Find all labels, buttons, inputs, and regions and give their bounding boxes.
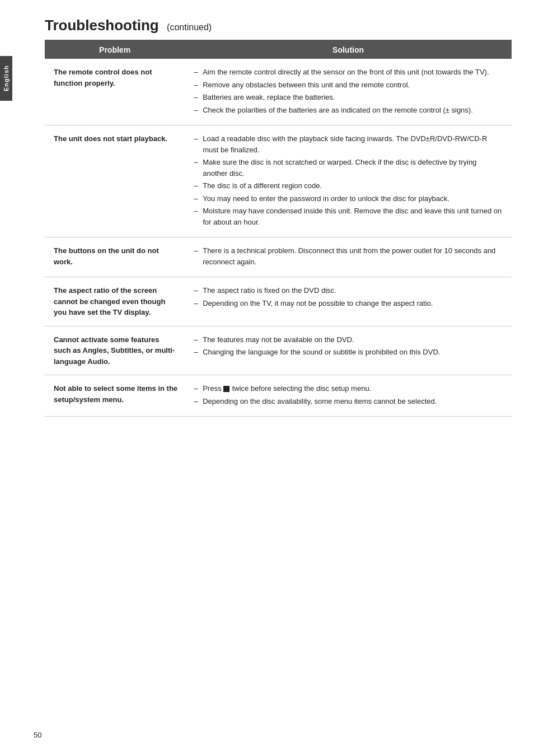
solution-item: Batteries are weak, replace the batterie…	[194, 92, 503, 103]
page-number: 50	[34, 731, 41, 739]
problem-cell: Cannot activate some features such as An…	[45, 326, 185, 375]
solution-item: You may need to enter the password in or…	[194, 193, 503, 204]
table-row: Not able to select some items in the set…	[45, 375, 512, 417]
solution-item: The aspect ratio is fixed on the DVD dis…	[194, 285, 503, 296]
problem-cell: Not able to select some items in the set…	[45, 375, 185, 417]
solution-item: The features may not be available on the…	[194, 334, 503, 346]
table-row: The unit does not start playback.Load a …	[45, 125, 512, 237]
problem-cell: The remote control does not function pro…	[45, 59, 185, 125]
table-row: The remote control does not function pro…	[45, 59, 512, 125]
solution-cell: Aim the remote control directly at the s…	[185, 59, 512, 125]
table-row: The aspect ratio of the screen cannot be…	[45, 277, 512, 326]
title-text: Troubleshooting	[45, 17, 159, 34]
solution-item: Depending on the disc availability, some…	[194, 396, 503, 407]
problem-cell: The unit does not start playback.	[45, 125, 185, 237]
page-title: Troubleshooting (continued)	[34, 17, 512, 34]
side-tab-label: English	[3, 66, 10, 92]
solution-item: Make sure the disc is not scratched or w…	[194, 157, 503, 179]
solution-list: The aspect ratio is fixed on the DVD dis…	[194, 285, 503, 309]
solution-item: The disc is of a different region code.	[194, 180, 503, 192]
solution-item: Check the polarities of the batteries ar…	[194, 105, 503, 116]
title-continued: (continued)	[167, 22, 212, 32]
solution-item: Load a readable disc with the playback s…	[194, 133, 503, 155]
solution-cell: The aspect ratio is fixed on the DVD dis…	[185, 277, 512, 326]
solution-item: Changing the language for the sound or s…	[194, 347, 503, 358]
solution-item: Aim the remote control directly at the s…	[194, 67, 503, 78]
solution-cell: The features may not be available on the…	[185, 326, 512, 375]
table-row: The buttons on the unit do not work.Ther…	[45, 237, 512, 277]
solution-cell: There is a technical problem. Disconnect…	[185, 237, 512, 277]
solution-list: Press twice before selecting the disc se…	[194, 383, 503, 407]
solution-list: There is a technical problem. Disconnect…	[194, 245, 503, 267]
page: English Troubleshooting (continued) Prob…	[0, 0, 534, 756]
solution-item: Moisture may have condensed inside this …	[194, 206, 503, 227]
solution-item: Press twice before selecting the disc se…	[194, 383, 503, 394]
troubleshoot-table: Problem Solution The remote control does…	[45, 41, 512, 417]
solution-list: The features may not be available on the…	[194, 334, 503, 358]
problem-cell: The buttons on the unit do not work.	[45, 237, 185, 277]
solution-cell: Load a readable disc with the playback s…	[185, 125, 512, 237]
solution-header: Solution	[185, 41, 512, 59]
solution-list: Aim the remote control directly at the s…	[194, 67, 503, 115]
solution-item: There is a technical problem. Disconnect…	[194, 245, 503, 267]
solution-item: Depending on the TV, it may not be possi…	[194, 298, 503, 309]
solution-list: Load a readable disc with the playback s…	[194, 133, 503, 227]
problem-cell: The aspect ratio of the screen cannot be…	[45, 277, 185, 326]
table-row: Cannot activate some features such as An…	[45, 326, 512, 375]
stop-icon	[223, 386, 229, 392]
problem-header: Problem	[45, 41, 185, 59]
solution-cell: Press twice before selecting the disc se…	[185, 375, 512, 417]
side-tab: English	[0, 56, 12, 101]
solution-item: Remove any obstacles between this unit a…	[194, 80, 503, 91]
